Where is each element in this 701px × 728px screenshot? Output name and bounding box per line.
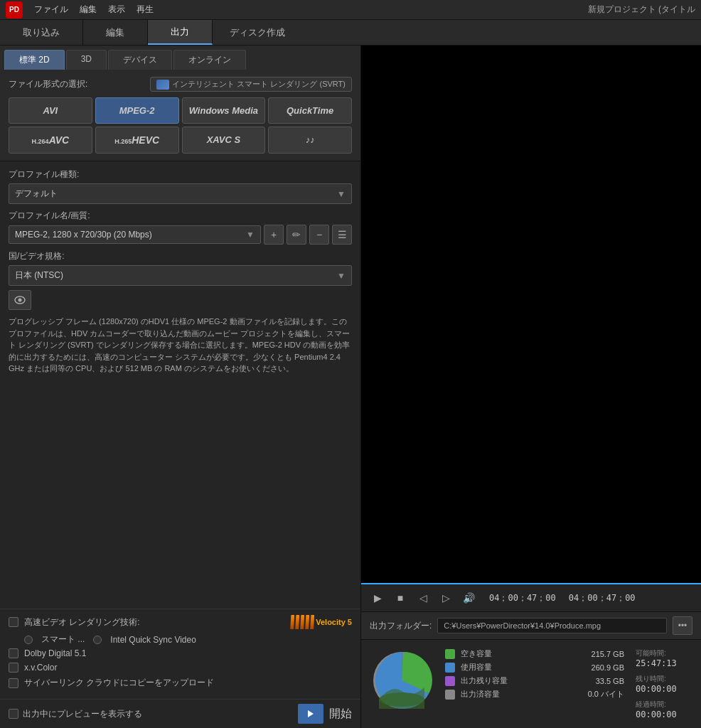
format-btn-xavcs[interactable]: XAVC S [182, 127, 266, 154]
preview-settings-button[interactable] [9, 290, 31, 310]
dolby-option-row: Dolby Digital 5.1 [9, 648, 352, 658]
tab-disk[interactable]: ディスク作成 [213, 20, 302, 45]
sub-tab-3d[interactable]: 3D [66, 50, 107, 70]
intel-radio[interactable] [93, 636, 102, 644]
left-panel: 標準 2D 3D デバイス オンライン ファイル形式の選択: インテリジェント … [0, 46, 361, 728]
profile-name-row: MPEG-2, 1280 x 720/30p (20 Mbps) ▼ + ✏ −… [9, 225, 352, 245]
sub-tab-online[interactable]: オンライン [173, 50, 246, 70]
preview-label: 出力中にプレビューを表示する [23, 708, 142, 720]
output-action-bar: 出力中にプレビューを表示する 開始 [0, 699, 360, 728]
smart-label: スマート ... [41, 633, 85, 646]
high-speed-checkbox[interactable] [9, 617, 18, 627]
menu-play[interactable]: 再生 [137, 4, 154, 16]
speed-sub-options: スマート ... Intel Quick Sync Video [24, 633, 352, 646]
legend-label-done: 出力済容量 [461, 689, 576, 700]
high-speed-option-row: 高速ビデオ レンダリング技術: Velocity 5 [9, 615, 352, 629]
remaining-time-label: 残り時間: [636, 674, 692, 684]
profile-area: プロファイル種類: デフォルト ▼ プロファイル名/画質: MPEG-2, 12… [0, 161, 360, 609]
menu-bar[interactable]: ファイル 編集 表示 再生 [34, 4, 154, 16]
remaining-time-value: 00:00:00 [636, 684, 692, 694]
eye-icon [14, 294, 26, 306]
preview-area [361, 46, 701, 583]
profile-name-select[interactable]: MPEG-2, 1280 x 720/30p (20 Mbps) ▼ [9, 225, 261, 244]
stop-button[interactable]: ■ [392, 590, 408, 606]
format-btn-quicktime[interactable]: QuickTime [268, 97, 352, 124]
cloud-option-row: サイバーリンク クラウドにコピーをアップロード [9, 677, 352, 689]
legend-value-remain: 33.5 GB [582, 677, 624, 685]
country-dropdown[interactable]: 日本 (NTSC) ▼ [9, 265, 352, 286]
legend-label-remain: 出力残り容量 [461, 675, 576, 686]
country-value: 日本 (NTSC) [15, 269, 63, 282]
legend-item-remain: 出力残り容量 33.5 GB [445, 675, 624, 686]
remaining-time: 残り時間: 00:00:00 [636, 674, 692, 694]
cloud-label: サイバーリンク クラウドにコピーをアップロード [24, 677, 214, 689]
legend-value-free: 215.7 GB [582, 650, 624, 658]
time-display-2: 04；00；47；00 [569, 592, 636, 604]
velocity-text: Velocity 5 [316, 618, 352, 626]
h264-bottom: AVC [49, 134, 70, 146]
legend-item-used: 使用容量 260.9 GB [445, 662, 624, 673]
play-button[interactable]: ▶ [370, 590, 385, 606]
detail-profile-button[interactable]: ☰ [332, 225, 352, 245]
delete-profile-button[interactable]: − [309, 225, 329, 245]
cloud-checkbox[interactable] [9, 678, 18, 688]
forward-button[interactable]: ▷ [438, 590, 454, 606]
format-btn-h265hevc[interactable]: H.265HEVC [95, 127, 179, 154]
h264-top: H.264 [32, 138, 49, 145]
sub-tab-standard2d[interactable]: 標準 2D [4, 50, 65, 70]
rewind-button[interactable]: ◁ [415, 590, 431, 606]
edit-profile-button[interactable]: ✏ [287, 225, 306, 245]
tab-capture[interactable]: 取り込み [0, 20, 83, 45]
legend-item-done: 出力済容量 0.0 バイト [445, 689, 624, 700]
start-label[interactable]: 開始 [329, 707, 352, 722]
menu-file[interactable]: ファイル [34, 4, 68, 16]
high-speed-label: 高速ビデオ レンダリング技術: [24, 616, 140, 628]
sub-tab-device[interactable]: デバイス [108, 50, 172, 70]
disk-pie-chart [370, 648, 434, 712]
browse-button[interactable]: ••• [673, 616, 692, 635]
format-btn-windows-media[interactable]: Windows Media [182, 97, 266, 124]
available-time-label: 可能時間: [636, 648, 692, 658]
xvcolor-label: x.v.Color [24, 663, 57, 673]
legend-value-used: 260.9 GB [582, 663, 624, 672]
svrt-badge: インテリジェント スマート レンダリング (SVRT) [150, 77, 352, 92]
transport-bar: ▶ ■ ◁ ▷ 🔊 04；00；47；00 04；00；47；00 [361, 583, 701, 611]
dropdown-arrow-icon2: ▼ [246, 230, 255, 240]
svrt-icon [156, 80, 169, 90]
country-label: 国/ビデオ規格: [9, 250, 352, 262]
xvcolor-checkbox[interactable] [9, 663, 18, 673]
h265-bottom: HEVC [132, 134, 159, 146]
folder-path: C:¥Users¥PowerDirector¥14.0¥Produce.mpg [437, 618, 667, 633]
start-play-icon-button[interactable] [298, 704, 323, 724]
stripe2 [295, 615, 299, 629]
format-btn-avi[interactable]: AVI [9, 97, 92, 124]
smart-radio[interactable] [24, 636, 33, 644]
available-time-value: 25:47:13 [636, 658, 692, 668]
tab-output[interactable]: 出力 [148, 20, 213, 45]
dolby-checkbox[interactable] [9, 648, 18, 658]
tab-edit[interactable]: 編集 [83, 20, 148, 45]
format-btn-mpeg2[interactable]: MPEG-2 [95, 97, 179, 124]
format-btn-audio[interactable]: ♪♪ [268, 127, 352, 154]
profile-name-label: プロファイル名/画質: [9, 210, 352, 222]
dropdown-arrow-icon3: ▼ [337, 271, 346, 281]
elapsed-time-label: 経過時間: [636, 700, 692, 710]
menu-edit[interactable]: 編集 [80, 4, 97, 16]
bottom-options: 高速ビデオ レンダリング技術: Velocity 5 スマート ... I [0, 609, 360, 699]
play-icon [306, 709, 316, 719]
menu-view[interactable]: 表示 [108, 4, 125, 16]
legend-label-free: 空き容量 [461, 648, 576, 659]
volume-button[interactable]: 🔊 [461, 590, 476, 606]
preview-checkbox[interactable] [9, 709, 18, 719]
preview-check: 出力中にプレビューを表示する [9, 708, 142, 720]
profile-type-dropdown[interactable]: デフォルト ▼ [9, 183, 352, 204]
legend-color-done [445, 690, 455, 700]
disk-info: 空き容量 215.7 GB 使用容量 260.9 GB 出力残り容量 33.5 … [361, 639, 701, 728]
xvcolor-option-row: x.v.Color [9, 663, 352, 673]
legend-item-free: 空き容量 215.7 GB [445, 648, 624, 659]
legend-value-done: 0.0 バイト [582, 689, 624, 700]
elapsed-time: 経過時間: 00:00:00 [636, 700, 692, 719]
add-profile-button[interactable]: + [264, 225, 284, 245]
format-btn-h264avc[interactable]: H.264AVC [9, 127, 92, 154]
dropdown-arrow-icon: ▼ [337, 189, 346, 199]
